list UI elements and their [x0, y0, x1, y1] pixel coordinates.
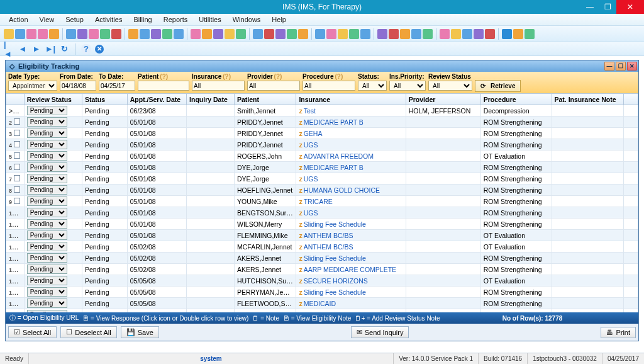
toolbar-icon[interactable] [38, 29, 48, 39]
cell[interactable]: 15 [6, 264, 25, 275]
menu-view[interactable]: View [35, 14, 60, 25]
row-checkbox[interactable] [14, 186, 20, 193]
menu-activities[interactable]: Activities [90, 14, 127, 25]
table-row[interactable]: 12 PendingPending05/01/08FLEMMING,MikezA… [6, 230, 638, 241]
cell[interactable]: 3 [6, 128, 25, 139]
toolbar-icon[interactable] [49, 29, 59, 39]
toolbar-icon[interactable] [326, 29, 336, 39]
nav-prev-icon[interactable]: ◄ [18, 44, 28, 54]
menu-billing[interactable]: Billing [128, 14, 157, 25]
toolbar-icon[interactable] [423, 29, 433, 39]
cell[interactable]: Pending [24, 162, 82, 173]
row-checkbox[interactable] [14, 141, 20, 147]
cell[interactable]: 18 [6, 298, 25, 309]
grid[interactable]: Review StatusStatusAppt./Serv. DateInqui… [6, 93, 638, 312]
from-date-input[interactable] [60, 81, 96, 91]
table-row[interactable]: 11 PendingPending05/01/08WILSON,MerryzSl… [6, 219, 638, 230]
toolbar-icon[interactable] [474, 29, 484, 39]
stop-icon[interactable]: ✕ [95, 45, 104, 54]
table-row[interactable]: 13 PendingPending05/02/08MCFARLIN,Jennet… [6, 241, 638, 253]
deselect-all-button[interactable]: ☐ Deselect All [60, 326, 116, 338]
toolbar-icon[interactable] [502, 29, 512, 39]
column-header[interactable]: Patient [234, 94, 296, 105]
toolbar-icon[interactable] [4, 29, 14, 39]
review-status-cell-select[interactable]: Pending [27, 106, 67, 115]
cell[interactable]: Pending [24, 117, 82, 128]
toolbar-icon[interactable] [513, 29, 523, 39]
nav-last-icon[interactable]: ►| [45, 44, 55, 54]
cell[interactable]: 16 [6, 275, 25, 287]
toolbar-icon[interactable] [287, 29, 297, 39]
toolbar-icon[interactable] [315, 29, 325, 39]
column-header[interactable]: Appt./Serv. Date [127, 94, 186, 105]
toolbar-icon[interactable] [128, 29, 138, 39]
toolbar-icon[interactable] [485, 29, 495, 39]
cell[interactable]: 4 [6, 139, 25, 151]
table-row[interactable]: 3 PendingPending05/01/08PRIDDY,JennetzGE… [6, 128, 638, 139]
review-status-cell-select[interactable]: Pending [27, 230, 67, 240]
row-checkbox[interactable] [14, 152, 20, 159]
close-button[interactable]: ✕ [616, 0, 644, 14]
cell[interactable]: Pending [24, 207, 82, 219]
toolbar-icon[interactable] [15, 29, 25, 39]
toolbar-icon[interactable] [202, 29, 212, 39]
review-status-cell-select[interactable]: Pending [27, 174, 67, 183]
menu-setup[interactable]: Setup [60, 14, 89, 25]
cell[interactable]: Pending [24, 185, 82, 196]
nav-next-icon[interactable]: ► [31, 44, 42, 54]
toolbar-icon[interactable] [111, 29, 121, 39]
toolbar-icon[interactable] [525, 29, 535, 39]
table-row[interactable]: 15 PendingPending05/02/08AKERS,JennetzAA… [6, 264, 638, 275]
cell[interactable]: Pending [24, 253, 82, 264]
cell[interactable]: 11 [6, 219, 25, 230]
review-status-cell-select[interactable]: Pending [27, 208, 67, 217]
menu-help[interactable]: Help [267, 14, 291, 25]
cell[interactable]: 2 [6, 117, 25, 128]
procedure-input[interactable] [303, 81, 355, 91]
cell[interactable]: 5 [6, 151, 25, 162]
cell[interactable]: Pending [24, 230, 82, 241]
toolbar-icon[interactable] [191, 29, 201, 39]
table-row[interactable]: 17 PendingPending05/05/08PERRYMAN,Jennet… [6, 287, 638, 298]
column-header[interactable] [624, 94, 638, 105]
cell[interactable]: Pending [24, 287, 82, 298]
table-row[interactable]: 8 PendingPending05/01/08HOEFLING,Jennetz… [6, 185, 638, 196]
cell[interactable]: Pending [24, 196, 82, 207]
review-status-cell-select[interactable]: Pending [27, 242, 67, 251]
cell[interactable]: 14 [6, 253, 25, 264]
menu-reports[interactable]: Reports [158, 14, 193, 25]
maximize-button[interactable]: ❐ [599, 0, 616, 14]
cell[interactable]: Pending [24, 139, 82, 151]
child-min-button[interactable]: — [604, 62, 614, 71]
toolbar-icon[interactable] [77, 29, 87, 39]
toolbar-icon[interactable] [298, 29, 308, 39]
to-date-input[interactable] [99, 81, 135, 91]
toolbar-icon[interactable] [162, 29, 172, 39]
toolbar-icon[interactable] [253, 29, 263, 39]
toolbar-icon[interactable] [174, 29, 184, 39]
row-checkbox[interactable] [18, 107, 24, 113]
provider-input[interactable] [247, 81, 300, 91]
toolbar-icon[interactable] [225, 29, 235, 39]
cell[interactable]: Pending [24, 298, 82, 309]
table-row[interactable]: 16 PendingPending05/05/08HUTCHISON,Surgo… [6, 275, 638, 287]
help-icon[interactable]: ? [81, 44, 91, 54]
column-header[interactable]: Pat. Insurance Note [552, 94, 624, 105]
toolbar-icon[interactable] [349, 29, 359, 39]
row-checkbox[interactable] [14, 130, 20, 136]
toolbar-icon[interactable] [389, 29, 399, 39]
review-status-cell-select[interactable]: Pending [27, 185, 67, 195]
cell[interactable]: 7 [6, 173, 25, 185]
cell[interactable]: Pending [24, 275, 82, 287]
table-row[interactable]: 4 PendingPending05/01/08PRIDDY,JennetzUG… [6, 139, 638, 151]
patient-input[interactable] [138, 81, 189, 91]
cell[interactable]: 8 [6, 185, 25, 196]
row-checkbox[interactable] [14, 164, 20, 170]
table-row[interactable]: 14 PendingPending05/02/08AKERS,JennetzSl… [6, 253, 638, 264]
send-inquiry-button[interactable]: ✉ Send Inquiry [351, 326, 409, 338]
review-status-cell-select[interactable]: Pending [27, 299, 67, 308]
column-header[interactable]: Procedure [480, 94, 552, 105]
cell[interactable]: Pending [24, 219, 82, 230]
date-type-select[interactable]: Appointment Da [8, 81, 57, 91]
cell[interactable]: Pending [24, 264, 82, 275]
